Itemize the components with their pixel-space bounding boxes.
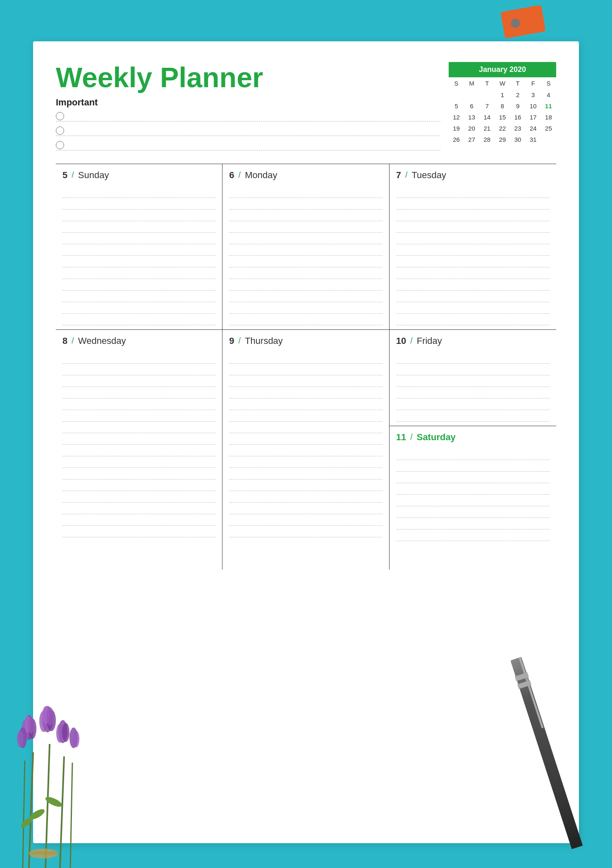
line [62, 291, 215, 302]
tuesday-header: 7 / Tuesday [396, 170, 550, 181]
line [229, 256, 382, 267]
line [62, 233, 215, 244]
saturday-lines [396, 448, 550, 541]
tuesday-num: 7 [396, 170, 401, 181]
monday-slash: / [239, 170, 241, 180]
day-friday: 10 / Friday [390, 330, 556, 426]
line [229, 491, 382, 503]
cal-day [479, 89, 495, 100]
monday-lines [229, 186, 382, 325]
day-tuesday: 7 / Tuesday [390, 164, 556, 329]
line [396, 256, 550, 267]
sunday-num: 5 [62, 170, 67, 181]
wednesday-slash: / [72, 336, 74, 346]
line [229, 352, 382, 364]
line [62, 526, 215, 537]
cal-week-1: 1 2 3 4 [449, 89, 556, 100]
line [396, 448, 550, 460]
cal-day: 3 [526, 89, 541, 100]
cal-day: 10 [526, 100, 541, 112]
day-saturday: 11 / Saturday [390, 426, 556, 570]
cal-day: 28 [479, 134, 495, 145]
sharpener-decoration [500, 5, 546, 38]
line [62, 244, 215, 256]
cal-day: 13 [464, 112, 479, 123]
monday-header: 6 / Monday [229, 170, 382, 181]
line [62, 198, 215, 210]
svg-point-12 [28, 717, 34, 734]
line [396, 352, 550, 364]
line [229, 422, 382, 433]
line [229, 279, 382, 291]
paper: Weekly Planner Important January 2020 S … [33, 41, 579, 843]
cal-col-f: F [526, 77, 541, 89]
cal-day: 22 [495, 123, 510, 134]
line [229, 186, 382, 198]
tuesday-lines [396, 186, 550, 325]
cal-day: 21 [479, 123, 495, 134]
line [229, 233, 382, 244]
line [62, 433, 215, 445]
cal-day [449, 89, 464, 100]
cal-col-m: M [464, 77, 479, 89]
line [229, 514, 382, 526]
cal-day [541, 134, 556, 145]
line [396, 375, 550, 387]
thursday-slash: / [239, 336, 241, 346]
line [62, 352, 215, 364]
line [229, 198, 382, 210]
cal-day: 27 [464, 134, 479, 145]
cal-week-2: 5 6 7 8 9 10 11 [449, 100, 556, 112]
thursday-lines [229, 352, 382, 537]
saturday-slash: / [410, 432, 413, 442]
cal-week-4: 19 20 21 22 23 24 25 [449, 123, 556, 134]
sharpener-hole [510, 18, 521, 29]
cal-day: 25 [541, 123, 556, 134]
line [229, 210, 382, 221]
cal-col-s1: S [449, 77, 464, 89]
friday-num: 10 [396, 336, 406, 346]
line [229, 221, 382, 233]
line [396, 387, 550, 398]
line [62, 210, 215, 221]
line [62, 468, 215, 479]
svg-rect-26 [29, 851, 58, 855]
friday-header: 10 / Friday [396, 336, 550, 346]
cal-day: 12 [449, 112, 464, 123]
cal-day: 17 [526, 112, 541, 123]
line [229, 364, 382, 375]
cal-day: 8 [495, 100, 510, 112]
bullet-circle-2 [56, 126, 64, 135]
saturday-header: 11 / Saturday [396, 432, 550, 443]
friday-slash: / [410, 336, 413, 346]
line [396, 314, 550, 325]
bullet-1 [56, 112, 440, 122]
cal-day: 26 [449, 134, 464, 145]
svg-line-2 [60, 756, 64, 868]
line [62, 279, 215, 291]
friday-name: Friday [417, 336, 442, 346]
page-title: Weekly Planner [56, 62, 440, 93]
svg-point-22 [17, 731, 24, 747]
line [396, 291, 550, 302]
line [229, 479, 382, 491]
wednesday-num: 8 [62, 336, 67, 346]
line [396, 279, 550, 291]
friday-lines [396, 352, 550, 422]
svg-point-24 [73, 731, 79, 747]
line [229, 410, 382, 422]
cal-day: 7 [479, 100, 495, 112]
cal-col-s2: S [541, 77, 556, 89]
line [62, 479, 215, 491]
cal-col-t1: T [479, 77, 495, 89]
cal-day: 9 [510, 100, 526, 112]
line [229, 267, 382, 279]
calendar-header: January 2020 [449, 62, 556, 77]
cal-day [464, 89, 479, 100]
line [396, 186, 550, 198]
days-grid-bottom: 8 / Wednesday [56, 329, 556, 570]
line [396, 302, 550, 314]
svg-point-7 [19, 816, 35, 830]
tuesday-name: Tuesday [411, 170, 446, 181]
line [396, 233, 550, 244]
